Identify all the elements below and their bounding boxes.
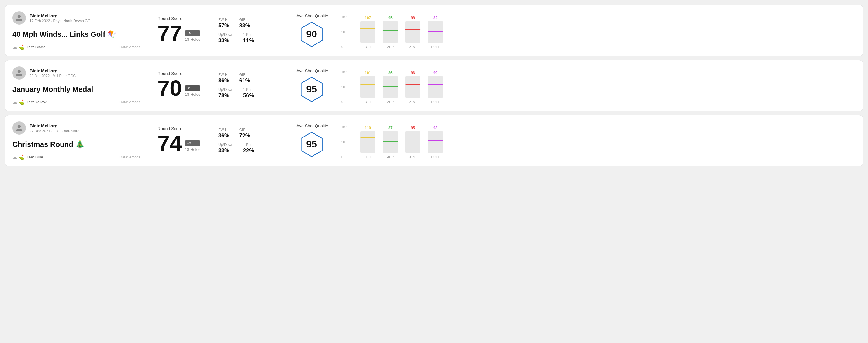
bar-chart-container: 100500110OTT87APP95ARG93PUTT	[351, 125, 856, 159]
chart-section: 100500101OTT86APP96ARG99PUTT	[345, 66, 856, 105]
round-score-label: Round Score	[157, 16, 218, 21]
stat-label: GIR	[239, 73, 250, 77]
round-card-card-2: Blair McHarg29 Jan 2022 · Mill Ride GCCJ…	[5, 60, 863, 111]
card-bottom-row: ☁ ⛳Tee: BlackData: Arccos	[12, 44, 140, 50]
user-info: Blair McHarg12 Feb 2022 · Royal North De…	[12, 11, 140, 25]
stat-label: 1 Putt	[243, 88, 254, 92]
bar-indicator-line	[383, 86, 398, 87]
user-meta: 12 Feb 2022 · Royal North Devon GC	[30, 19, 90, 23]
tee-label: Tee: Blue	[26, 155, 43, 159]
cards-container: Blair McHarg12 Feb 2022 · Royal North De…	[5, 5, 863, 166]
avatar	[12, 11, 26, 25]
score-badge: +5	[185, 30, 200, 36]
tee-info: ☁ ⛳Tee: Black	[12, 44, 45, 50]
card-bottom-row: ☁ ⛳Tee: YellowData: Arccos	[12, 99, 140, 105]
user-meta: 27 Dec 2021 · The Oxfordshire	[30, 129, 79, 133]
stat-value: 33%	[218, 37, 233, 44]
stat-fw-hit: FW Hit57%	[218, 18, 229, 29]
bar-background	[383, 131, 398, 153]
avatar	[12, 121, 26, 135]
chart-section: 100500110OTT87APP95ARG93PUTT	[345, 121, 856, 160]
round-card-card-1: Blair McHarg12 Feb 2022 · Royal North De…	[5, 5, 863, 56]
bar-value-label: 82	[433, 16, 437, 20]
stats-row-1: FW Hit86%GIR61%	[218, 73, 279, 84]
stat-value: 86%	[218, 77, 229, 84]
section-divider	[149, 11, 149, 50]
stat-label: FW Hit	[218, 128, 229, 132]
bar-value-label: 93	[433, 126, 437, 130]
bar-group-ott: 110OTT	[360, 126, 375, 159]
bar-group-ott: 107OTT	[360, 16, 375, 49]
stat-fw-hit: FW Hit86%	[218, 73, 229, 84]
stat-gir: GIR72%	[239, 128, 250, 139]
round-card-card-3: Blair McHarg27 Dec 2021 · The Oxfordshir…	[5, 115, 863, 166]
score-row: 70-218 Holes	[157, 77, 218, 99]
bar-indicator-line	[360, 84, 375, 85]
bar-value-label: 99	[433, 71, 437, 75]
stat-value: 33%	[218, 148, 233, 154]
bar-axis-label: PUTT	[431, 45, 440, 49]
bar-axis-label: APP	[387, 45, 394, 49]
quality-label: Avg Shot Quality	[297, 13, 328, 18]
bar-indicator-line	[360, 137, 375, 138]
quality-score: 95	[306, 139, 317, 150]
round-title: 40 Mph Winds... Links Golf 🪁	[12, 30, 140, 39]
stat-label: Up/Down	[218, 143, 233, 147]
bar-group-app: 95APP	[383, 16, 398, 49]
holes-label: 18 Holes	[185, 92, 200, 97]
bar-value-label: 101	[365, 71, 371, 75]
user-text: Blair McHarg29 Jan 2022 · Mill Ride GCC	[30, 68, 76, 78]
bar-background	[428, 131, 443, 153]
bar-background	[428, 76, 443, 98]
user-name: Blair McHarg	[30, 123, 79, 128]
bar-value-label: 86	[388, 71, 392, 75]
score-section: Round Score77+518 Holes	[157, 11, 218, 50]
user-info: Blair McHarg29 Jan 2022 · Mill Ride GCC	[12, 66, 140, 80]
quality-score: 95	[306, 84, 317, 95]
bar-chart: 110OTT87APP95ARG93PUTT	[360, 125, 856, 159]
stat-label: GIR	[239, 128, 250, 132]
y-axis: 100500	[341, 70, 347, 104]
bar-background	[383, 21, 398, 42]
stat-label: FW Hit	[218, 18, 229, 22]
stat-up-down: Up/Down78%	[218, 88, 233, 99]
stat-label: 1 Putt	[243, 33, 254, 37]
score-badge-column: +218 Holes	[185, 141, 200, 154]
hexagon-shape: 95	[298, 131, 325, 158]
stats-row-2: Up/Down33%1 Putt22%	[218, 143, 279, 154]
bar-group-putt: 99PUTT	[428, 71, 443, 104]
tee-info: ☁ ⛳Tee: Blue	[12, 154, 43, 160]
bar-wrapper	[405, 21, 421, 42]
tee-label: Tee: Yellow	[26, 100, 46, 104]
hexagon-shape: 95	[298, 76, 325, 103]
bar-chart: 107OTT95APP98ARG82PUTT	[360, 15, 856, 49]
stats-row-2: Up/Down78%1 Putt56%	[218, 88, 279, 99]
bar-value-label: 95	[388, 16, 392, 20]
score-section: Round Score70-218 Holes	[157, 66, 218, 105]
bar-axis-label: PUTT	[431, 100, 440, 104]
card-left-section: Blair McHarg12 Feb 2022 · Royal North De…	[12, 11, 140, 50]
hexagon-container: 90	[297, 21, 327, 48]
weather-icon: ☁ ⛳	[12, 154, 25, 160]
weather-icon: ☁ ⛳	[12, 44, 25, 50]
bar-group-arg: 96ARG	[405, 71, 421, 104]
bar-background	[405, 131, 421, 153]
user-name: Blair McHarg	[30, 13, 90, 18]
y-axis: 100500	[341, 15, 347, 49]
bar-indicator-line	[383, 141, 398, 142]
bar-value-label: 87	[388, 126, 392, 130]
bar-axis-label: ARG	[409, 155, 416, 159]
stat-fw-hit: FW Hit36%	[218, 128, 229, 139]
bar-wrapper	[428, 76, 443, 98]
quality-section: Avg Shot Quality 95	[297, 66, 345, 105]
bar-group-putt: 82PUTT	[428, 16, 443, 49]
bar-indicator-line	[428, 31, 443, 32]
bar-group-putt: 93PUTT	[428, 126, 443, 159]
bar-background	[405, 76, 421, 98]
bar-indicator-line	[428, 140, 443, 141]
bar-group-app: 86APP	[383, 71, 398, 104]
bar-wrapper	[383, 21, 398, 42]
bar-wrapper	[428, 131, 443, 153]
stat-value: 72%	[239, 132, 250, 139]
stats-section: FW Hit57%GIR83%Up/Down33%1 Putt11%	[218, 11, 279, 50]
